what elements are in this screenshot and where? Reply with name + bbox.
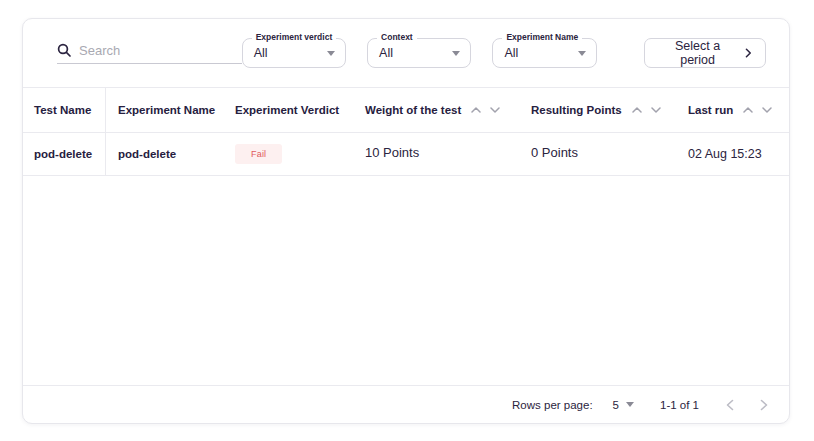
chaos-tests-panel: Experiment verdict All Context All Exper… xyxy=(22,18,790,424)
experiment-name-value: pod-delete xyxy=(118,148,176,160)
caret-down-icon xyxy=(452,51,460,56)
caret-down-icon xyxy=(578,51,586,56)
sort-controls xyxy=(743,107,772,113)
resulting-points-value: 0 Points xyxy=(531,145,578,160)
sort-ascending-icon[interactable] xyxy=(632,107,642,113)
cell-test-name: pod-delete xyxy=(23,133,106,175)
column-header-last-run: Last run xyxy=(666,88,789,132)
table-row[interactable]: pod-delete pod-delete Fail 10 Points 0 P… xyxy=(23,132,789,176)
select-period-label: Select a period xyxy=(658,39,738,67)
resulting-points: 0 Points xyxy=(531,145,578,164)
results-table: Test Name Experiment Name Experiment Ver… xyxy=(23,87,789,385)
search-icon xyxy=(57,43,71,57)
cell-resulting-points: 0 Points xyxy=(519,133,666,175)
pagination-range: 1-1 of 1 xyxy=(660,399,699,411)
chevron-right-icon xyxy=(745,48,752,58)
sort-descending-icon[interactable] xyxy=(651,107,661,113)
column-label: Last run xyxy=(688,104,733,116)
last-run-value: 02 Aug 15:23 xyxy=(688,147,762,161)
cell-last-run: 02 Aug 15:23 xyxy=(666,133,789,175)
column-label: Experiment Name xyxy=(118,104,215,116)
previous-page-button[interactable] xyxy=(713,390,747,420)
chevron-left-icon xyxy=(726,399,734,411)
column-label: Test Name xyxy=(34,104,91,116)
column-header-test-name: Test Name xyxy=(23,88,106,132)
column-label: Resulting Points xyxy=(531,104,622,116)
select-label: Experiment Name xyxy=(502,32,582,43)
search-field[interactable] xyxy=(57,43,242,64)
sort-ascending-icon[interactable] xyxy=(743,107,753,113)
select-label: Experiment verdict xyxy=(252,32,337,43)
select-period-button[interactable]: Select a period xyxy=(644,38,766,68)
rows-per-page-label: Rows per page: xyxy=(512,399,593,411)
pagination-bar: Rows per page: 5 1-1 of 1 xyxy=(23,385,789,423)
cell-weight: 10 Points xyxy=(353,133,519,175)
weight-points: 10 Points xyxy=(365,145,419,164)
experiment-name-select[interactable]: Experiment Name All xyxy=(492,38,596,68)
sort-descending-icon[interactable] xyxy=(490,107,500,113)
sort-descending-icon[interactable] xyxy=(762,107,772,113)
cell-experiment-verdict: Fail xyxy=(223,133,353,175)
test-name-value: pod-delete xyxy=(34,148,92,160)
column-label: Experiment Verdict xyxy=(235,104,339,116)
select-label: Context xyxy=(377,32,417,43)
sort-controls xyxy=(471,107,500,113)
next-page-button[interactable] xyxy=(747,390,781,420)
rows-per-page-value: 5 xyxy=(613,399,619,411)
experiment-verdict-select[interactable]: Experiment verdict All xyxy=(242,38,346,68)
select-value: All xyxy=(254,46,268,60)
verdict-badge: Fail xyxy=(235,144,282,164)
rows-per-page-select[interactable]: 5 xyxy=(613,399,634,411)
table-empty-area xyxy=(23,176,789,385)
filter-group: Experiment verdict All Context All Exper… xyxy=(242,38,766,68)
sort-ascending-icon[interactable] xyxy=(471,107,481,113)
sort-controls xyxy=(632,107,661,113)
chevron-right-icon xyxy=(760,399,768,411)
cell-experiment-name: pod-delete xyxy=(106,133,223,175)
column-label: Weight of the test xyxy=(365,104,461,116)
column-header-weight: Weight of the test xyxy=(353,88,519,132)
caret-down-icon xyxy=(626,402,634,407)
select-value: All xyxy=(379,46,393,60)
search-input[interactable] xyxy=(79,43,242,58)
column-header-experiment-verdict: Experiment Verdict xyxy=(223,88,353,132)
filter-toolbar: Experiment verdict All Context All Exper… xyxy=(23,19,789,87)
caret-down-icon xyxy=(327,51,335,56)
table-header-row: Test Name Experiment Name Experiment Ver… xyxy=(23,87,789,132)
column-header-experiment-name: Experiment Name xyxy=(106,88,223,132)
select-value: All xyxy=(504,46,518,60)
context-select[interactable]: Context All xyxy=(367,38,471,68)
column-header-resulting-points: Resulting Points xyxy=(519,88,666,132)
weight-value: 10 Points xyxy=(365,145,419,160)
